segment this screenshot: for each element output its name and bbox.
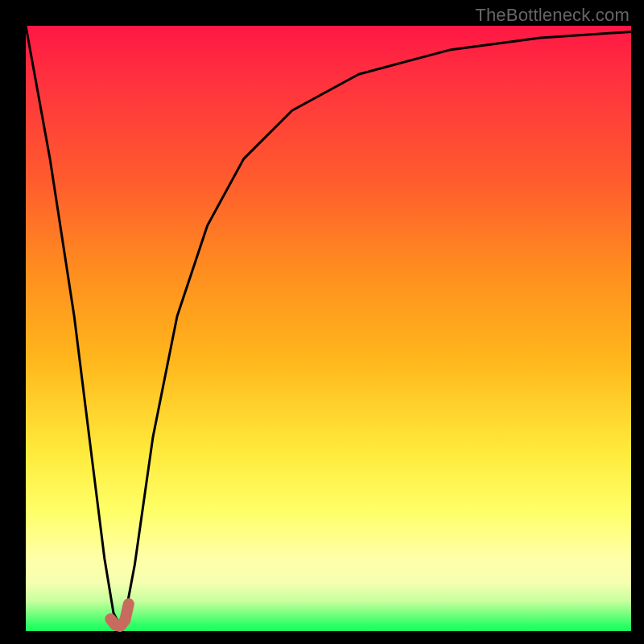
watermark-label: TheBottleneck.com: [475, 5, 630, 26]
plot-area: [26, 26, 631, 631]
chart-frame: TheBottleneck.com: [0, 0, 644, 644]
bottleneck-curve: [26, 26, 631, 625]
curve-svg: [26, 26, 631, 631]
